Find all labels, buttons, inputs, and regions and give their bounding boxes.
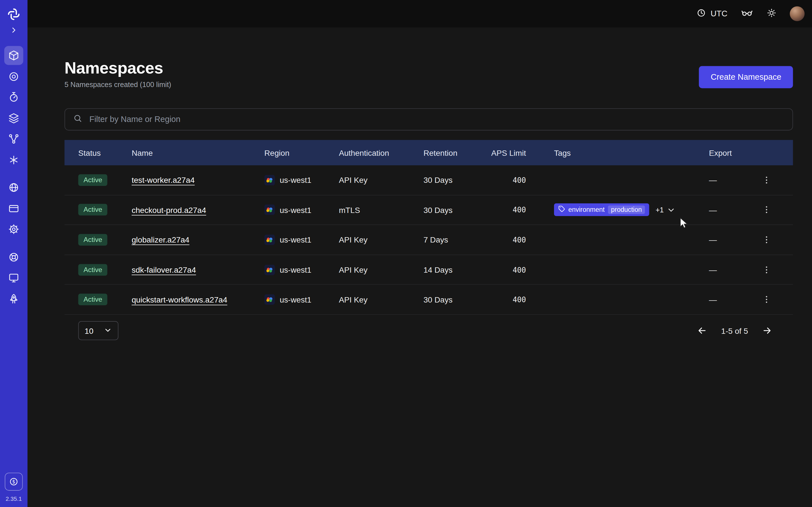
status-badge: Active (79, 264, 108, 276)
glasses-icon (741, 6, 753, 21)
globe-icon (8, 182, 19, 193)
status-badge: Active (79, 174, 108, 186)
sun-icon (767, 8, 777, 20)
sidebar-item-globe[interactable] (4, 178, 23, 197)
auth-label: API Key (339, 175, 423, 184)
sidebar-item-getting-started[interactable] (4, 289, 23, 308)
theme-toggle-button[interactable] (767, 8, 777, 20)
sidebar-item-billing[interactable] (4, 199, 23, 218)
tag-value: production (608, 206, 645, 214)
timer-icon (8, 91, 19, 103)
page-size-value: 10 (85, 327, 93, 335)
region-label: us-west1 (280, 295, 312, 304)
tag-pill[interactable]: environment production (554, 204, 649, 216)
tags-group: environment production +1 (554, 204, 675, 216)
auth-label: API Key (339, 265, 423, 274)
retention-label: 7 Days (423, 235, 489, 244)
row-menu-button[interactable] (760, 173, 773, 187)
row-menu-button[interactable] (760, 203, 773, 217)
bullseye-icon (8, 70, 19, 82)
sidebar-item-timer[interactable] (4, 88, 23, 107)
retention-label: 30 Days (423, 205, 489, 214)
sidebar-item-support[interactable] (4, 247, 23, 267)
clock-icon (696, 8, 707, 20)
retention-label: 30 Days (423, 295, 489, 304)
aps-limit-value: 400 (489, 206, 537, 214)
col-tags: Tags (537, 148, 696, 157)
page-range-label: 1-5 of 5 (721, 327, 748, 335)
table-header-row: Status Name Region Authentication Retent… (64, 140, 793, 165)
col-name: Name (132, 148, 264, 157)
sidebar-item-layers[interactable] (4, 108, 23, 128)
tags-expand-chevron-icon[interactable] (666, 205, 675, 214)
aps-limit-value: 400 (489, 295, 537, 304)
create-namespace-button[interactable]: Create Namespace (699, 66, 793, 88)
settings-gear-icon (8, 223, 19, 235)
namespace-link[interactable]: checkout-prod.a27a4 (132, 205, 206, 214)
namespace-link[interactable]: sdk-failover.a27a4 (132, 265, 196, 274)
tags-more-count: +1 (656, 206, 664, 214)
col-export: Export (696, 148, 754, 157)
sidebar-item-workflows[interactable] (4, 129, 23, 149)
namespaces-table: Status Name Region Authentication Retent… (64, 140, 793, 347)
page-title: Namespaces (64, 58, 171, 78)
asterisk-icon (8, 154, 19, 166)
region-label: us-west1 (280, 175, 312, 184)
namespace-link[interactable]: quickstart-workflows.a27a4 (132, 295, 227, 304)
next-page-button[interactable] (762, 326, 772, 336)
sidebar-item-settings[interactable] (4, 220, 23, 239)
timezone-label: UTC (711, 9, 727, 18)
retention-label: 14 Days (423, 265, 489, 274)
row-menu-button[interactable] (760, 293, 773, 306)
sidebar-expand-button[interactable] (4, 22, 23, 38)
auth-label: API Key (339, 235, 423, 244)
layers-icon (8, 112, 19, 124)
usage-dollar-icon: $ (8, 476, 19, 487)
aps-limit-value: 400 (489, 265, 537, 274)
version-label: 2.35.1 (6, 496, 22, 502)
gcp-cloud-icon (264, 265, 275, 275)
export-value: — (696, 175, 754, 184)
tag-icon (558, 206, 565, 214)
prev-page-button[interactable] (697, 326, 707, 336)
col-retention: Retention (423, 148, 489, 157)
namespace-link[interactable]: test-worker.a27a4 (132, 175, 195, 184)
page-heading-block: Namespaces 5 Namespaces created (100 lim… (64, 58, 171, 89)
timezone-button[interactable]: UTC (696, 8, 727, 20)
col-authentication: Authentication (339, 148, 423, 157)
status-badge: Active (79, 294, 108, 305)
aps-limit-value: 400 (489, 235, 537, 244)
sidebar-item-usage[interactable]: $ (5, 473, 23, 491)
sidebar-item-namespaces[interactable] (4, 46, 23, 65)
temporal-logo-icon[interactable] (6, 6, 22, 22)
lifebuoy-icon (8, 251, 19, 263)
col-status: Status (79, 148, 132, 157)
table-row: Active test-worker.a27a4 us-west1 API Ke… (64, 165, 793, 195)
status-badge: Active (79, 204, 108, 216)
gcp-cloud-icon (264, 205, 275, 215)
col-aps-limit: APS Limit (489, 148, 537, 157)
docs-monitor-icon (8, 272, 19, 284)
page-size-select[interactable]: 10 (79, 321, 119, 341)
app-root: $ 2.35.1 UTC Namespaces 5 Namespaces cre… (0, 0, 812, 507)
svg-text:$: $ (12, 479, 15, 485)
rocket-icon (8, 293, 19, 304)
export-value: — (696, 295, 754, 304)
namespaces-cube-icon (8, 50, 19, 61)
sidebar-item-asterisk[interactable] (4, 150, 23, 169)
sidebar: $ 2.35.1 (0, 0, 28, 507)
row-menu-button[interactable] (760, 233, 773, 247)
retention-label: 30 Days (423, 175, 489, 184)
export-value: — (696, 235, 754, 244)
filter-input[interactable] (88, 114, 784, 125)
user-avatar[interactable] (790, 6, 805, 21)
billing-card-icon (8, 203, 19, 214)
dev-mode-button[interactable] (741, 6, 753, 21)
sidebar-item-docs[interactable] (4, 269, 23, 288)
region-label: us-west1 (280, 205, 312, 214)
page-subtitle: 5 Namespaces created (100 limit) (64, 81, 171, 89)
row-menu-button[interactable] (760, 263, 773, 277)
namespace-link[interactable]: globalizer.a27a4 (132, 235, 190, 244)
gcp-cloud-icon (264, 294, 275, 305)
sidebar-item-bullseye[interactable] (4, 67, 23, 86)
